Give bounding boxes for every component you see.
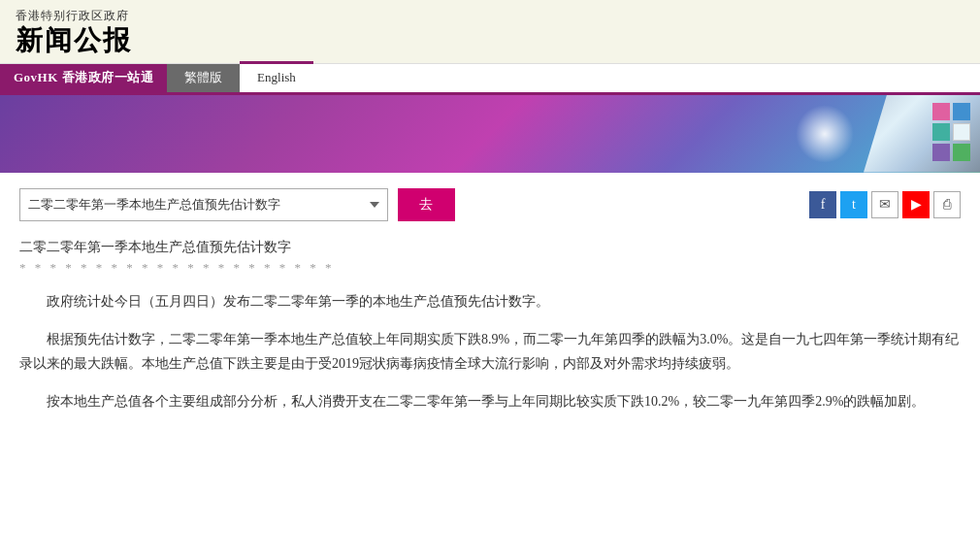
article-body: 政府统计处今日（五月四日）发布二零二零年第一季的本地生产总值预先估计数字。 根据… — [19, 289, 961, 414]
page-header: 香港特别行政区政府 新闻公报 — [0, 0, 980, 64]
page-title: 新闻公报 — [16, 24, 964, 57]
banner-sq-5 — [932, 144, 950, 161]
banner-sq-6 — [953, 144, 970, 161]
banner-squares — [932, 103, 970, 161]
email-icon[interactable]: ✉ — [871, 191, 898, 218]
facebook-icon[interactable]: f — [809, 191, 836, 218]
banner-sq-3 — [932, 123, 950, 141]
article-para-2: 根据预先估计数字，二零二零年第一季本地生产总值较上年同期实质下跌8.9%，而二零… — [19, 327, 961, 376]
banner-sq-4 — [953, 123, 970, 141]
govhk-link[interactable]: GovHK 香港政府一站通 — [0, 64, 167, 92]
banner-image — [0, 95, 980, 173]
print-icon[interactable]: ⎙ — [933, 191, 961, 218]
press-release-select[interactable]: 二零二零年第一季本地生产总值预先估计数字 — [19, 188, 388, 221]
content-area: 二零二零年第一季本地生产总值预先估计数字 去 f t ✉ ▶ ⎙ 二零二零年第一… — [0, 173, 980, 444]
banner-glow — [796, 105, 854, 163]
english-version-link[interactable]: English — [240, 61, 313, 92]
banner-sq-2 — [953, 103, 970, 120]
trad-version-link[interactable]: 繁體版 — [167, 64, 240, 92]
banner-sq-1 — [932, 103, 950, 120]
nav-bar: GovHK 香港政府一站通 繁體版 English — [0, 64, 980, 95]
twitter-icon[interactable]: t — [840, 191, 867, 218]
dropdown-row: 二零二零年第一季本地生产总值预先估计数字 去 f t ✉ ▶ ⎙ — [19, 188, 961, 221]
article-para-3: 按本地生产总值各个主要组成部分分析，私人消费开支在二零二零年第一季与上年同期比较… — [19, 389, 961, 413]
youtube-icon[interactable]: ▶ — [902, 191, 930, 218]
go-button[interactable]: 去 — [398, 188, 455, 221]
article-divider: * * * * * * * * * * * * * * * * * * * * … — [19, 260, 961, 276]
article-title: 二零二零年第一季本地生产总值预先估计数字 — [19, 239, 961, 256]
article-para-1: 政府统计处今日（五月四日）发布二零二零年第一季的本地生产总值预先估计数字。 — [19, 289, 961, 313]
org-name: 香港特别行政区政府 — [16, 8, 964, 24]
social-icons: f t ✉ ▶ ⎙ — [809, 191, 961, 218]
